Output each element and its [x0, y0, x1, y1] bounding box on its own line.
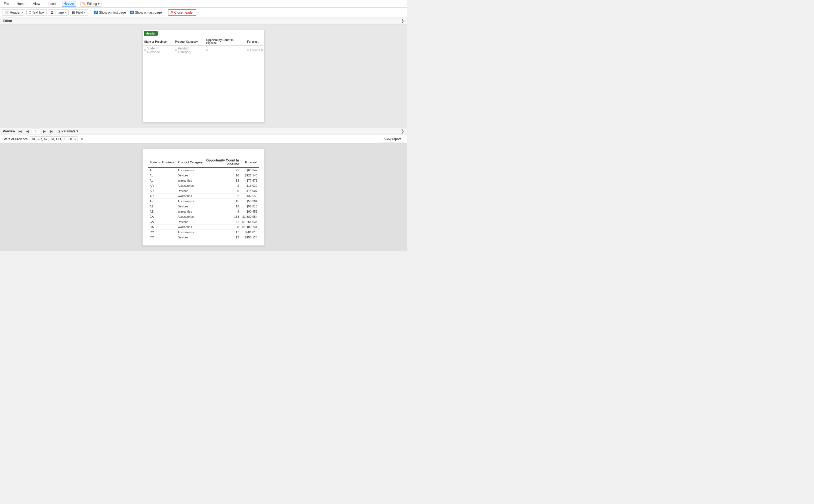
parameters-label: Parameters	[61, 129, 78, 133]
menu-insert[interactable]: Insert	[46, 1, 57, 7]
table-cell: AR	[148, 194, 176, 199]
show-last-page-input[interactable]	[130, 11, 134, 14]
table-cell: Accessories	[176, 214, 205, 219]
table-cell: AR	[148, 183, 176, 188]
table-cell: AL	[148, 167, 176, 173]
forecast-field-icon: ⊞	[247, 49, 249, 52]
nav-last-btn[interactable]: ▶|	[49, 129, 54, 134]
page-body-editor	[142, 55, 265, 122]
show-last-page-label: Show on last page	[135, 11, 162, 14]
pencil-icon: ✏️	[82, 2, 86, 5]
nav-next-btn[interactable]: ▶	[42, 129, 47, 134]
table-cell: 9	[205, 209, 241, 214]
table-row: CAWarranties88$1,109,741	[148, 225, 259, 230]
table-cell: Devices	[176, 235, 205, 240]
show-first-page-checkbox[interactable]: Show on first page	[92, 10, 127, 15]
table-cell: Accessories	[176, 199, 205, 204]
table-cell: 2	[205, 194, 241, 199]
table-cell: 5	[205, 188, 241, 194]
parameters-button[interactable]: ⧖ Parameters	[57, 129, 80, 134]
table-cell: $1,380,954	[241, 214, 259, 219]
view-report-button[interactable]: View report	[381, 136, 404, 142]
editor-col-forecast: Forecast	[246, 38, 265, 46]
editor-table: State or Province Product Category Oppor…	[142, 38, 265, 55]
table-row: ALWarranties13$77,673	[148, 178, 259, 183]
data-col-state: State or Province	[148, 157, 176, 167]
page-number-input[interactable]: 1	[32, 129, 40, 134]
param-value-text: AL, AR, AZ, CA, CO, CT, DC	[32, 137, 73, 141]
table-row: ARAccessories2$16,030	[148, 183, 259, 188]
table-cell: AL	[148, 173, 176, 178]
data-table: State or Province Product Category Oppor…	[148, 157, 259, 240]
data-table-header-row: State or Province Product Category Oppor…	[148, 157, 259, 167]
table-cell: $58,364	[241, 199, 259, 204]
param-state-label: State or Province	[3, 137, 28, 141]
editor-col-opportunity: Opportunity Count In Pipeline	[205, 38, 246, 46]
menu-file[interactable]: File	[2, 1, 11, 7]
table-cell: 21	[205, 167, 241, 173]
table-cell: CO	[148, 230, 176, 235]
param-value-dropdown[interactable]: AL, AR, AZ, CA, CO, CT, DC ▾	[30, 136, 78, 142]
table-row: CADevices131$1,258,634	[148, 219, 259, 225]
editing-label: Editing	[87, 2, 97, 6]
editor-section-bar: Editor ❯	[0, 17, 407, 24]
editor-col-product: Product Category	[173, 38, 205, 46]
preview-page: State or Province Product Category Oppor…	[142, 149, 265, 246]
table-cell: Devices	[176, 204, 205, 209]
param-clear-button[interactable]: ✕	[80, 137, 84, 141]
textbox-icon: 𝐓	[29, 11, 31, 14]
nav-prev-btn[interactable]: ◀	[25, 129, 30, 134]
editor-cell-opportunity: ⊞	[205, 46, 246, 55]
table-cell: CO	[148, 235, 176, 240]
product-field-icon: ⊞	[175, 49, 177, 52]
table-cell: CA	[148, 219, 176, 225]
product-field-text: Product Category	[178, 46, 203, 54]
params-bar: State or Province AL, AR, AZ, CA, CO, CT…	[0, 135, 407, 144]
image-label: Image	[55, 11, 64, 14]
nav-first-btn[interactable]: |◀	[17, 129, 23, 134]
header-band: Header State or Province Product Categor…	[142, 30, 265, 55]
table-row: ARDevices5$14,907	[148, 188, 259, 194]
opportunity-header-line1: Opportunity Count In	[206, 158, 239, 162]
textbox-button[interactable]: 𝐓 Text box	[26, 9, 47, 16]
report-page-editor: Header State or Province Product Categor…	[142, 30, 265, 122]
editing-badge[interactable]: ✏️ Editing ▾	[80, 1, 102, 7]
table-cell: $77,673	[241, 178, 259, 183]
field-button[interactable]: ⊞ Field ▾	[70, 9, 88, 16]
menu-header[interactable]: Header	[62, 1, 76, 7]
close-header-x-icon: ✕	[170, 11, 173, 14]
editor-cell-state: ⊞ State or Province	[142, 46, 173, 55]
table-cell: 17	[205, 230, 241, 235]
show-first-page-input[interactable]	[94, 11, 98, 14]
preview-bar: Preview |◀ ◀ 1 ▶ ▶| ⧖ Parameters ❯	[0, 128, 407, 135]
table-row: AZWarranties9$90,456	[148, 209, 259, 214]
table-cell: 88	[205, 225, 241, 230]
table-row: ALAccessories21$63,342	[148, 167, 259, 173]
state-field-placeholder: ⊞ State or Province	[144, 46, 172, 54]
table-cell: Warranties	[176, 209, 205, 214]
table-cell: CA	[148, 214, 176, 219]
show-last-page-checkbox[interactable]: Show on last page	[129, 10, 163, 15]
table-cell: $155,123	[241, 235, 259, 240]
parameters-icon: ⧖	[58, 129, 60, 133]
table-cell: Devices	[176, 188, 205, 194]
forecast-field-text: Forecast	[250, 48, 263, 52]
table-row: CODevices12$155,123	[148, 235, 259, 240]
image-button[interactable]: 🖼 Image ▾	[48, 9, 69, 16]
close-header-button[interactable]: ✕ Close header	[168, 9, 196, 16]
preview-collapse-icon[interactable]: ❯	[401, 129, 404, 134]
table-cell: $1,109,741	[241, 225, 259, 230]
editor-collapse-icon[interactable]: ❯	[401, 18, 404, 23]
textbox-label: Text box	[32, 11, 44, 14]
table-row: AZAccessories15$58,364	[148, 199, 259, 204]
table-row: ARWarranties2$37,550	[148, 194, 259, 199]
header-badge[interactable]: Header	[144, 31, 158, 36]
table-cell: AZ	[148, 204, 176, 209]
opportunity-field-placeholder: ⊞	[206, 49, 244, 52]
menu-view[interactable]: View	[31, 1, 42, 7]
header-button[interactable]: ⬜ Header ▾	[2, 9, 25, 16]
table-cell: 15	[205, 199, 241, 204]
menu-home[interactable]: Home	[15, 1, 27, 7]
table-cell: $126,140	[241, 173, 259, 178]
editor-cell-product: ⊞ Product Category	[173, 46, 205, 55]
